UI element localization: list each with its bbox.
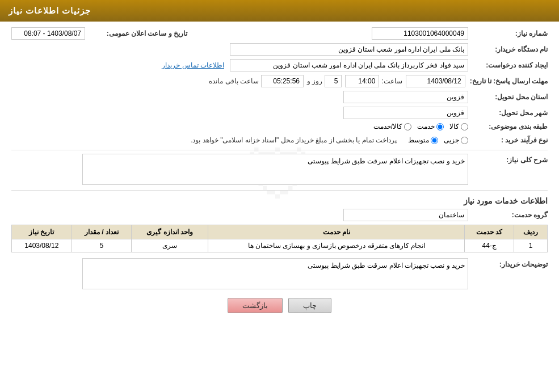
purchase-type-label: نوع فرآیند خرید : (468, 136, 548, 144)
service-group-value: ساختمان (343, 209, 468, 221)
announcement-date-label: تاریخ و ساعت اعلان عمومی: (85, 29, 187, 37)
category-kala-label: کالا (449, 123, 459, 130)
table-cell-date: 1403/08/12 (12, 239, 72, 252)
need-desc-label: شرح کلی نیاز: (468, 154, 548, 164)
city-row: شهر محل تحویل: قزوین (11, 107, 548, 119)
deadline-remaining-label: ساعت باقی مانده (209, 77, 259, 85)
category-kala[interactable]: کالا (449, 123, 468, 130)
purchase-jozvi[interactable]: جزیی (444, 136, 468, 144)
table-cell-unit: سری (132, 239, 208, 252)
page-wrapper: جزئیات اطلاعات نیاز 🛡 شماره نیاز: 110300… (0, 0, 559, 392)
need-number-label: شماره نیاز: (468, 29, 548, 37)
purchase-motavasset-label: متوسط (408, 136, 429, 144)
table-cell-row: 1 (514, 239, 548, 252)
category-kala-khadamat[interactable]: کالا/خدمت (373, 123, 411, 130)
category-kala-khadamat-radio[interactable] (404, 123, 411, 130)
city-value: قزوین (343, 107, 468, 119)
table-row: 1ج-44انجام کارهای متفرقه درخصوص بازسازی … (12, 239, 548, 252)
need-number-row: شماره نیاز: 1103001064000049 تاریخ و ساع… (11, 27, 548, 40)
deadline-date: 1403/08/12 (406, 75, 465, 87)
buyer-notes-label: توضیحات خریدار: (468, 258, 548, 268)
deadline-remaining: 05:25:56 (261, 75, 304, 87)
page-header: جزئیات اطلاعات نیاز (0, 0, 559, 22)
requester-label: ایجاد کننده درخواست: (468, 61, 548, 69)
purchase-jozvi-label: جزیی (444, 136, 459, 144)
category-kala-radio[interactable] (461, 123, 468, 130)
col-header-row: ردیف (514, 225, 548, 239)
service-table: ردیف کد حدمت نام حدمت واحد اندازه گیری ت… (11, 225, 548, 252)
category-row: طبقه بندی موضوعی: کالا خدمت کالا/خدمت (11, 123, 548, 130)
category-khadamat-label: خدمت (417, 123, 435, 130)
category-label: طبقه بندی موضوعی: (468, 123, 548, 130)
buyer-org-value: بانک ملی ایران اداره امور شعب استان قزوی… (230, 43, 468, 56)
buyer-notes-textarea[interactable] (82, 258, 468, 289)
purchase-type-row: نوع فرآیند خرید : جزیی متوسط پرداخت تمام… (11, 134, 548, 146)
category-khadamat[interactable]: خدمت (417, 123, 444, 130)
col-header-qty: تعداد / مقدار (72, 225, 132, 239)
button-group: چاپ بازگشت (11, 298, 548, 313)
services-title: اطلاعات خدمات مورد نیاز (11, 196, 548, 205)
deadline-time-label: ساعت: (381, 77, 402, 85)
deadline-days: 5 (325, 75, 342, 87)
buyer-notes-row: توضیحات خریدار: (11, 258, 548, 291)
back-button[interactable]: بازگشت (228, 298, 283, 313)
category-radio-group: کالا خدمت کالا/خدمت (373, 123, 468, 130)
service-group-label: گروه حدمت: (468, 211, 548, 219)
city-label: شهر محل تحویل: (468, 109, 548, 117)
deadline-row: مهلت ارسال پاسخ: تا تاریخ: 1403/08/12 سا… (11, 75, 548, 87)
divider-2 (11, 190, 548, 191)
service-group-row: گروه حدمت: ساختمان (11, 209, 548, 221)
deadline-days-label: روز و (307, 77, 322, 85)
col-header-date: تاریخ نیاز (12, 225, 72, 239)
category-kala-khadamat-label: کالا/خدمت (373, 123, 402, 130)
col-header-code: کد حدمت (465, 225, 514, 239)
category-khadamat-radio[interactable] (436, 123, 444, 130)
deadline-label: مهلت ارسال پاسخ: تا تاریخ: (465, 77, 548, 85)
col-header-unit: واحد اندازه گیری (132, 225, 208, 239)
table-cell-code: ج-44 (465, 239, 514, 252)
table-cell-quantity: 5 (72, 239, 132, 252)
purchase-motavasset-radio[interactable] (431, 137, 438, 144)
province-value: قزوین (343, 91, 468, 103)
main-content: 🛡 شماره نیاز: 1103001064000049 تاریخ و س… (0, 22, 559, 327)
table-cell-name: انجام کارهای متفرقه درخصوص بازسازی و بهس… (208, 239, 465, 252)
requester-contact-link[interactable]: اطلاعات تماس خریدار (162, 61, 224, 69)
buyer-org-row: نام دستگاه خریدار: بانک ملی ایران اداره … (11, 43, 548, 56)
requester-row: ایجاد کننده درخواست: سید فواد فخر کاربرد… (11, 59, 548, 71)
province-row: استان محل تحویل: قزوین (11, 91, 548, 103)
purchase-note: پرداخت تمام یا بخشی از مبلغ خریداز محل "… (191, 136, 397, 144)
province-label: استان محل تحویل: (468, 93, 548, 101)
purchase-type-radio-group: جزیی متوسط پرداخت تمام یا بخشی از مبلغ خ… (191, 134, 468, 146)
purchase-motavasset[interactable]: متوسط (408, 136, 438, 144)
table-header-row: ردیف کد حدمت نام حدمت واحد اندازه گیری ت… (12, 225, 548, 239)
purchase-jozvi-radio[interactable] (461, 137, 468, 144)
need-number-value: 1103001064000049 (372, 27, 468, 40)
col-header-name: نام حدمت (208, 225, 465, 239)
divider-1 (11, 150, 548, 150)
need-desc-row: شرح کلی نیاز: (11, 154, 548, 187)
print-button[interactable]: چاپ (288, 298, 331, 313)
need-desc-textarea[interactable] (82, 154, 468, 185)
page-title: جزئیات اطلاعات نیاز (9, 6, 91, 15)
requester-value: سید فواد فخر کاربرداز بانک ملی ایران ادا… (230, 59, 468, 71)
buyer-org-label: نام دستگاه خریدار: (468, 45, 548, 53)
deadline-time: 14:00 (345, 75, 379, 87)
announcement-date-value: 1403/08/07 - 08:07 (11, 27, 85, 40)
